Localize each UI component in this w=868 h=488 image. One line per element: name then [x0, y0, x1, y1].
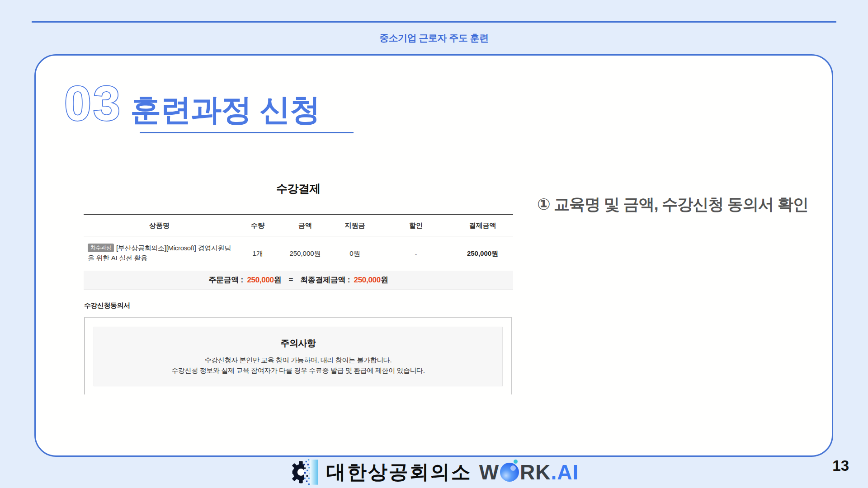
- support-cell: 0원: [330, 236, 380, 271]
- col-header-total: 결제금액: [452, 221, 513, 230]
- price-cell: 250,000원: [280, 236, 330, 271]
- equals-sign: =: [288, 271, 293, 290]
- col-header-qty: 수량: [235, 221, 280, 230]
- work-ai-logo: WRK.AI: [479, 460, 579, 484]
- course-type-badge: 차수과정: [88, 244, 114, 252]
- brand-rk: RK: [520, 460, 551, 484]
- payment-screenshot: 수강결제 상품명 수량 금액 지원금 할인 결제금액 차수과정[부산상공회의소]…: [84, 178, 513, 394]
- total-cell: 250,000원: [452, 236, 513, 271]
- qty-cell: 1개: [235, 236, 280, 271]
- slide: 중소기업 근로자 주도 훈련 03훈련과정 신청 수강결제 상품명 수량 금액 …: [0, 0, 868, 488]
- footer: 대한상공회의소 WRK.AI: [0, 456, 868, 488]
- agreement-section-label: 수강신청동의서: [84, 301, 130, 310]
- page-number: 13: [832, 457, 849, 474]
- brand-w: W: [479, 460, 499, 484]
- kcci-gear-icon: [289, 457, 319, 487]
- notice-title: 주의사항: [94, 327, 502, 349]
- order-summary-row: 주문금액 : 250,000원=최종결제금액 : 250,000원: [84, 271, 513, 290]
- notice-panel: 주의사항 수강신청자 본인만 교육 참여 가능하며, 대리 참여는 불가합니다.…: [94, 327, 503, 386]
- final-amount-label: 최종결제금액 :: [300, 276, 350, 284]
- notice-line: 수강신청자 본인만 교육 참여 가능하며, 대리 참여는 불가합니다.: [94, 355, 502, 365]
- brand-dot: .: [551, 460, 557, 484]
- final-amount-value: 250,000: [354, 271, 381, 290]
- order-amount-value: 250,000: [247, 271, 274, 290]
- discount-cell: -: [380, 236, 452, 271]
- brand-ai: AI: [557, 460, 579, 484]
- header-divider: [32, 21, 836, 23]
- col-header-support: 지원금: [330, 221, 380, 230]
- payment-page-title: 수강결제: [84, 181, 513, 196]
- notice-line: 수강신청 정보와 실제 교육 참여자가 다를 경우 수료증 발급 및 환급에 제…: [94, 365, 502, 375]
- org-name: 대한상공회의소: [326, 459, 472, 485]
- globe-o-icon: [500, 463, 519, 482]
- title-underline: [140, 132, 354, 133]
- order-table: 상품명 수량 금액 지원금 할인 결제금액 차수과정[부산상공회의소][Micr…: [84, 214, 513, 290]
- product-name-cell: 차수과정[부산상공회의소][Microsoft] 경영지원팀을 위한 AI 실전…: [84, 236, 235, 271]
- page-title: 훈련과정 신청: [130, 92, 320, 127]
- final-amount-unit: 원: [381, 276, 388, 284]
- col-header-product: 상품명: [84, 221, 235, 230]
- order-table-header-row: 상품명 수량 금액 지원금 할인 결제금액: [84, 214, 513, 236]
- section-number: 03: [64, 76, 122, 131]
- order-amount-unit: 원: [274, 276, 282, 284]
- table-row: 차수과정[부산상공회의소][Microsoft] 경영지원팀을 위한 AI 실전…: [84, 236, 513, 271]
- section-title: 03훈련과정 신청: [64, 75, 320, 129]
- slide-header: 중소기업 근로자 주도 훈련: [0, 32, 868, 44]
- agreement-box: 주의사항 수강신청자 본인만 교육 참여 가능하며, 대리 참여는 불가합니다.…: [84, 317, 512, 394]
- col-header-price: 금액: [280, 221, 330, 230]
- order-amount-label: 주문금액 :: [208, 276, 243, 284]
- col-header-discount: 할인: [380, 221, 452, 230]
- step-annotation: ① 교육명 및 금액, 수강신청 동의서 확인: [537, 194, 826, 215]
